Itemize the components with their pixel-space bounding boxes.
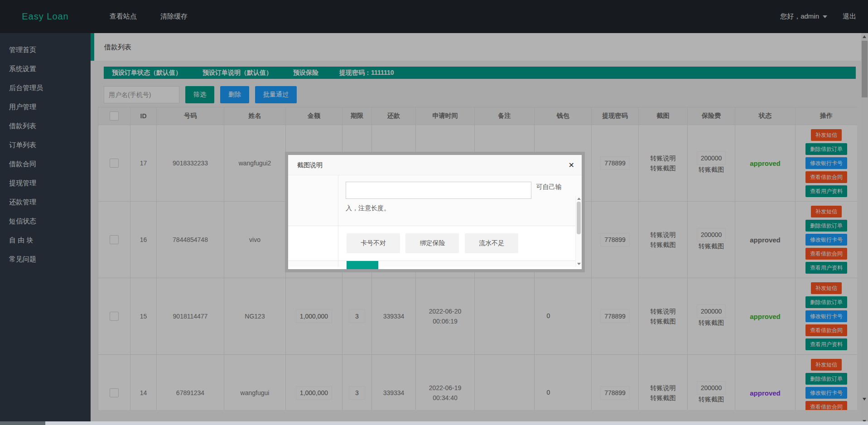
quick-bind-insurance-button[interactable]: 绑定保险	[405, 233, 459, 253]
hint-inline: 可自己输	[536, 183, 561, 190]
quick-wrong-card-button[interactable]: 卡号不对	[347, 233, 400, 253]
modal-title: 截图说明	[297, 161, 323, 169]
modal-scrollbar[interactable]	[575, 196, 582, 267]
quick-insufficient-flow-button[interactable]: 流水不足	[465, 233, 518, 253]
scroll-down-icon[interactable]	[577, 263, 581, 265]
modal-body: 可自己输 入，注意长度。 卡号不对 绑定保险 流水不足	[288, 175, 582, 267]
submit-button-clipped[interactable]	[347, 261, 378, 272]
screenshot-note-modal: 截图说明 ✕ 可自己输 入，注意长度。 卡号不对 绑定保险 流水不足	[285, 152, 585, 272]
close-icon[interactable]: ✕	[569, 155, 574, 175]
hint-below: 入，注意长度。	[346, 204, 582, 212]
modal-row2-label	[288, 226, 338, 261]
modal-title-bar: 截图说明 ✕	[288, 155, 582, 175]
modal-row1-label	[288, 175, 338, 226]
modal-row3-label	[288, 261, 338, 267]
note-input[interactable]	[346, 182, 531, 199]
scroll-up-icon[interactable]	[577, 198, 581, 200]
horizontal-scrollbar[interactable]	[0, 421, 868, 425]
horizontal-scrollbar-thumb[interactable]	[0, 421, 45, 425]
modal-scrollbar-thumb[interactable]	[577, 202, 581, 234]
